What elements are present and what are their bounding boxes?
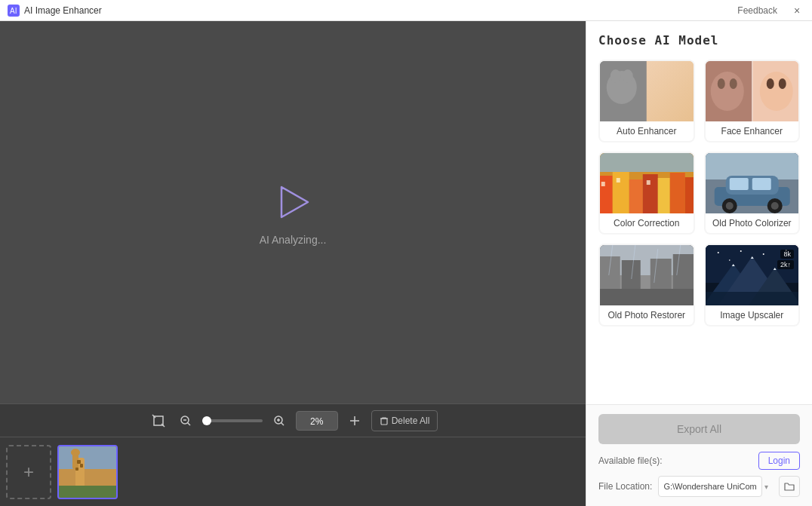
delete-all-label: Delete All	[392, 416, 430, 426]
image-upscaler-thumb-image: 8k 2k↑	[706, 245, 799, 305]
export-all-button[interactable]: Export All	[598, 414, 800, 444]
title-bar-left: AI AI Image Enhancer	[8, 5, 102, 17]
old-photo-colorizer-thumb-image	[706, 153, 799, 213]
right-panel-models: Choose AI Model	[586, 21, 812, 404]
title-bar-right: Feedback ×	[737, 3, 804, 18]
analyzing-icon	[270, 179, 315, 225]
model-card-old-photo-restorer[interactable]: Old Photo Restorer	[598, 244, 695, 327]
svg-rect-22	[75, 468, 78, 471]
svg-rect-52	[600, 153, 694, 172]
svg-point-34	[669, 89, 673, 94]
upscale-badges: 8k 2k↑	[777, 250, 794, 269]
svg-rect-57	[706, 153, 799, 179]
main-content: AI Analyzing...	[0, 21, 812, 506]
svg-rect-15	[381, 419, 387, 425]
panel-title: Choose AI Model	[598, 33, 800, 48]
svg-rect-45	[600, 176, 613, 213]
thumbnail-giraffe[interactable]	[57, 445, 118, 499]
bottom-toolbar: 2% Delete All	[0, 403, 586, 437]
svg-point-32	[672, 69, 682, 83]
close-button[interactable]: ×	[789, 3, 804, 18]
svg-point-61	[725, 202, 733, 210]
auto-enhancer-label: Auto Enhancer	[600, 121, 694, 141]
folder-browse-button[interactable]	[779, 476, 800, 497]
svg-rect-50	[670, 173, 685, 213]
svg-rect-53	[601, 182, 605, 186]
svg-rect-72	[600, 289, 694, 305]
svg-rect-47	[629, 179, 643, 213]
svg-line-12	[281, 422, 284, 425]
zoom-display: 2%	[296, 411, 338, 431]
svg-point-41	[766, 78, 774, 89]
model-card-color-correction[interactable]: Color Correction	[598, 152, 695, 235]
file-location-select[interactable]: G:\Wondershare UniCom	[658, 476, 762, 497]
giraffe-thumb-image	[59, 446, 116, 498]
svg-line-8	[187, 422, 190, 425]
svg-rect-64	[729, 178, 748, 190]
color-correction-thumb-image	[600, 153, 694, 213]
svg-rect-21	[77, 460, 81, 464]
login-button[interactable]: Login	[758, 452, 800, 470]
svg-rect-54	[617, 178, 620, 182]
canvas-area: AI Analyzing...	[0, 21, 586, 506]
image-upscaler-label: Image Upscaler	[706, 305, 799, 325]
svg-rect-48	[643, 174, 658, 213]
svg-point-31	[660, 69, 670, 83]
giraffe-svg	[59, 446, 116, 498]
svg-rect-23	[80, 464, 83, 468]
svg-point-29	[623, 69, 633, 83]
svg-point-38	[717, 78, 724, 89]
svg-point-87	[762, 253, 764, 255]
svg-point-89	[728, 259, 730, 261]
svg-rect-46	[613, 172, 629, 213]
svg-rect-24	[59, 486, 116, 498]
svg-rect-49	[658, 178, 670, 213]
old-photo-restorer-thumb-image	[600, 245, 694, 305]
model-grid: Auto Enhancer	[598, 60, 800, 327]
svg-point-28	[611, 69, 621, 83]
title-bar: AI AI Image Enhancer Feedback ×	[0, 0, 812, 21]
model-card-old-photo-colorizer[interactable]: Old Photo Colorizer	[704, 152, 801, 235]
analyzing-text: AI Analyzing...	[260, 234, 327, 246]
old-photo-colorizer-label: Old Photo Colorizer	[706, 213, 799, 233]
upscale-8k-badge: 8k	[780, 250, 794, 259]
app-title: AI Image Enhancer	[24, 5, 102, 16]
delete-all-button[interactable]: Delete All	[371, 410, 438, 431]
face-enhancer-label: Face Enhancer	[706, 121, 799, 141]
file-location-select-wrapper: G:\Wondershare UniCom	[658, 476, 773, 497]
svg-rect-26	[647, 61, 694, 121]
face-enhancer-thumb-image	[706, 61, 799, 121]
svg-point-40	[759, 72, 792, 111]
right-panel-bottom: Export All Available file(s): Login File…	[586, 404, 812, 506]
svg-point-20	[71, 449, 80, 456]
zoom-in-button[interactable]	[269, 410, 290, 431]
old-photo-colorizer-thumb	[706, 153, 799, 213]
upscale-2k-badge: 2k↑	[777, 260, 794, 269]
right-panel: Choose AI Model	[586, 21, 812, 506]
model-card-face-enhancer[interactable]: Face Enhancer	[704, 60, 801, 143]
svg-point-85	[717, 252, 718, 253]
svg-text:AI: AI	[10, 7, 17, 15]
thumbnail-strip: +	[0, 437, 586, 506]
svg-point-42	[778, 78, 786, 89]
feedback-link[interactable]: Feedback	[737, 5, 777, 16]
auto-enhancer-thumb	[600, 61, 694, 121]
svg-rect-90	[706, 292, 799, 305]
color-correction-label: Color Correction	[600, 213, 694, 233]
app-logo-icon: AI	[8, 5, 20, 17]
available-files-row: Available file(s): Login	[598, 452, 800, 470]
model-card-auto-enhancer[interactable]: Auto Enhancer	[598, 60, 695, 143]
file-location-row: File Location: G:\Wondershare UniCom	[598, 476, 800, 497]
model-card-image-upscaler[interactable]: 8k 2k↑ Image Upscaler	[704, 244, 801, 327]
svg-marker-33	[662, 91, 681, 114]
zoom-reset-button[interactable]	[344, 410, 365, 431]
svg-point-63	[770, 202, 778, 210]
svg-point-86	[740, 250, 741, 252]
svg-rect-51	[685, 177, 694, 213]
auto-enhancer-thumb-image	[600, 61, 694, 121]
crop-button[interactable]	[148, 410, 169, 431]
svg-point-37	[710, 72, 743, 111]
add-image-button[interactable]: +	[6, 445, 51, 499]
zoom-out-button[interactable]	[175, 410, 196, 431]
zoom-slider[interactable]	[202, 419, 263, 422]
